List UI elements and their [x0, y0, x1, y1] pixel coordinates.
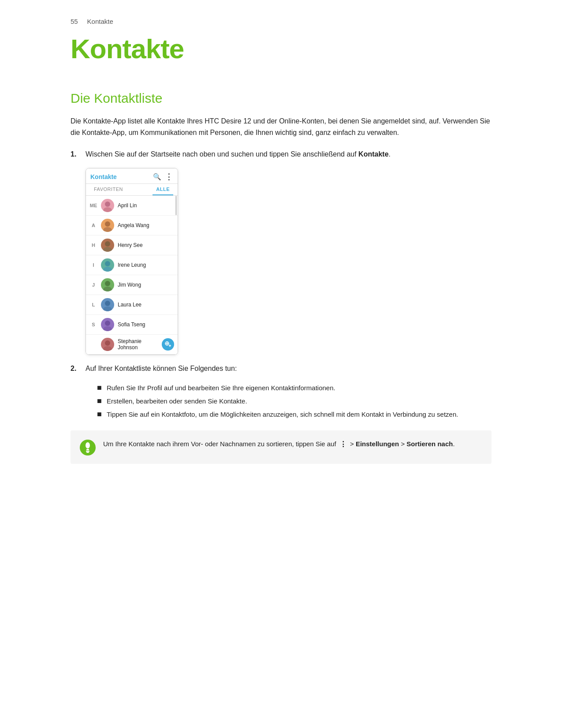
contact-row-a: A Angela Wang: [86, 216, 178, 235]
tip-sortieren: Sortieren nach: [406, 440, 453, 448]
section-letter-j: J: [89, 282, 97, 287]
tip-more-icon: ⋮: [339, 440, 347, 448]
bullet-marker-1: ■: [97, 383, 103, 393]
section-letter-h: H: [89, 243, 97, 248]
avatar-jim-wong: [101, 278, 114, 291]
step-1: 1. Wischen Sie auf der Startseite nach o…: [71, 149, 491, 160]
contact-name-jim-wong: Jim Wong: [118, 282, 174, 288]
step-1-text: Wischen Sie auf der Startseite nach oben…: [86, 149, 391, 160]
section-letter-i: I: [89, 262, 97, 268]
bullet-item-1: ■ Rufen Sie Ihr Profil auf und bearbeite…: [97, 383, 491, 393]
svg-point-22: [86, 442, 90, 448]
contact-row-j: J Jim Wong: [86, 275, 178, 295]
contact-row-i: I Irene Leung: [86, 255, 178, 275]
bullet-text-1: Rufen Sie Ihr Profil auf und bearbeiten …: [107, 383, 335, 393]
tip-einstellungen: Einstellungen: [356, 440, 399, 448]
avatar-laura-lee: [101, 298, 114, 311]
tip-arrow: >: [401, 440, 406, 448]
scrollbar: [175, 196, 177, 215]
svg-point-5: [103, 247, 112, 252]
tab-favoriten[interactable]: FAVORITEN: [90, 184, 127, 195]
avatar-sofia-tseng: [101, 318, 114, 331]
section-letter-me: ME: [89, 203, 97, 208]
add-contact-button[interactable]: [162, 338, 174, 351]
step-2-text: Auf Ihrer Kontaktliste können Sie Folgen…: [86, 363, 237, 374]
bullet-item-3: ■ Tippen Sie auf ein Kontaktfoto, um die…: [97, 409, 491, 420]
avatar-irene-leung: [101, 258, 114, 272]
phone-header-icons: 🔍 ⋮: [153, 172, 173, 182]
svg-point-7: [103, 267, 112, 272]
svg-point-14: [105, 340, 110, 346]
contact-name-henry-see: Henry See: [118, 242, 174, 248]
bullet-marker-2: ■: [97, 396, 103, 406]
bullet-list: ■ Rufen Sie Ihr Profil auf und bearbeite…: [97, 383, 491, 420]
avatar-april-lin: [101, 199, 114, 212]
svg-point-1: [103, 207, 112, 212]
section-letter-s: S: [89, 322, 97, 327]
svg-point-9: [103, 287, 112, 291]
search-icon[interactable]: 🔍: [153, 173, 161, 181]
svg-point-11: [103, 306, 112, 311]
svg-point-12: [105, 321, 110, 326]
bullet-marker-3: ■: [97, 409, 103, 419]
contact-row-s: S Sofia Tseng: [86, 315, 178, 335]
bullet-text-2: Erstellen, bearbeiten oder senden Sie Ko…: [107, 396, 247, 407]
contact-row-h: H Henry See: [86, 235, 178, 255]
contact-name-april-lin: April Lin: [118, 202, 174, 209]
svg-point-13: [103, 326, 112, 331]
tip-text-content: Um Ihre Kontakte nach ihrem Vor- oder Na…: [103, 438, 455, 450]
step-2-number: 2.: [71, 363, 81, 374]
step-1-number: 1.: [71, 149, 81, 160]
tip-box: Um Ihre Kontakte nach ihrem Vor- oder Na…: [71, 430, 491, 464]
contact-row-me: ME April Lin: [86, 196, 178, 216]
contact-name-angela-wang: Angela Wang: [118, 222, 174, 228]
page-number-line: 55 Kontakte: [71, 18, 491, 25]
page-chapter: Kontakte: [87, 18, 113, 25]
tip-separator: >: [350, 440, 356, 448]
svg-point-3: [103, 227, 112, 232]
page-title: Kontakte: [71, 33, 491, 64]
svg-point-10: [105, 301, 110, 306]
tab-alle[interactable]: ALLE: [153, 184, 173, 195]
tip-icon: [79, 439, 96, 456]
contact-name-sofia-tseng: Sofia Tseng: [118, 321, 174, 328]
bullet-text-3: Tippen Sie auf ein Kontaktfoto, um die M…: [107, 409, 458, 420]
page-number: 55: [71, 18, 78, 25]
svg-point-8: [105, 281, 110, 286]
phone-tabs: FAVORITEN ALLE: [86, 184, 178, 196]
svg-rect-24: [86, 451, 89, 452]
svg-point-2: [105, 221, 110, 227]
contact-name-laura-lee: Laura Lee: [118, 302, 174, 308]
contact-row-l: L Laura Lee: [86, 295, 178, 315]
avatar-stephanie-johnson: [101, 338, 114, 351]
more-icon[interactable]: ⋮: [165, 172, 173, 182]
section-letter-l: L: [89, 302, 97, 307]
tip-text-part1: Um Ihre Kontakte nach ihrem Vor- oder Na…: [103, 440, 336, 448]
step-2: 2. Auf Ihrer Kontaktliste können Sie Fol…: [71, 363, 491, 374]
phone-header: Kontakte 🔍 ⋮: [86, 168, 178, 184]
svg-rect-23: [86, 449, 89, 450]
contact-row-stephanie: Stephanie Johnson: [86, 335, 178, 355]
contact-name-irene-leung: Irene Leung: [118, 262, 174, 268]
svg-rect-25: [86, 452, 89, 453]
phone-header-title: Kontakte: [90, 173, 117, 180]
contact-name-stephanie-johnson: Stephanie Johnson: [118, 338, 158, 351]
svg-point-6: [105, 261, 110, 266]
intro-paragraph: Die Kontakte-App listet alle Kontakte Ih…: [71, 116, 491, 138]
svg-point-15: [103, 346, 112, 351]
section-title: Die Kontaktliste: [71, 91, 491, 106]
avatar-angela-wang: [101, 219, 114, 232]
contact-list: ME April Lin A Angela Wang H: [86, 196, 178, 355]
svg-point-0: [105, 202, 110, 207]
bullet-item-2: ■ Erstellen, bearbeiten oder senden Sie …: [97, 396, 491, 407]
phone-mockup: Kontakte 🔍 ⋮ FAVORITEN ALLE ME April Lin: [86, 168, 178, 355]
svg-point-4: [105, 241, 110, 246]
section-letter-a: A: [89, 223, 97, 228]
avatar-henry-see: [101, 239, 114, 252]
